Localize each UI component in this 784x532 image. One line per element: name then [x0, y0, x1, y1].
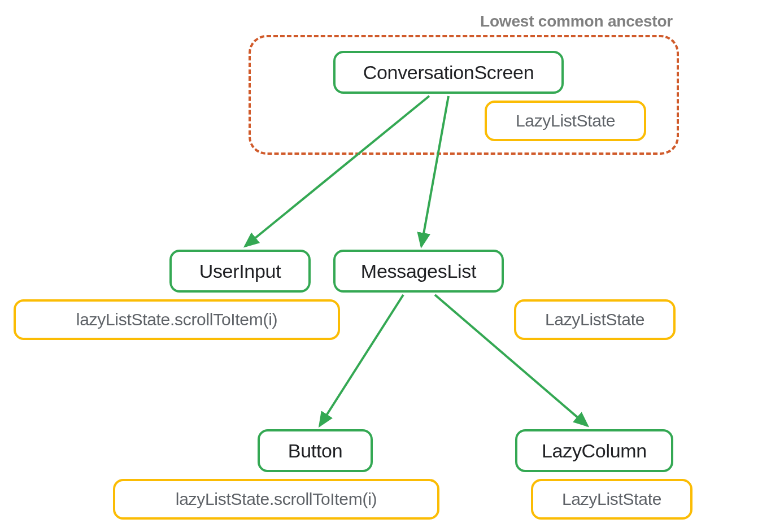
user-input-node: UserInput: [169, 250, 311, 293]
user-input-state-node: lazyListState.scrollToItem(i): [14, 299, 340, 340]
conversation-screen-node: ConversationScreen: [333, 51, 564, 94]
button-node: Button: [258, 429, 373, 472]
lazy-list-state-top-node: LazyListState: [485, 101, 646, 141]
lazy-column-node: LazyColumn: [515, 429, 673, 472]
messages-list-state-node: LazyListState: [514, 299, 676, 340]
messages-list-node: MessagesList: [333, 250, 504, 293]
lazy-column-state-node: LazyListState: [531, 479, 692, 520]
button-state-node: lazyListState.scrollToItem(i): [113, 479, 439, 520]
ancestor-label-text: Lowest common ancestor: [480, 12, 673, 30]
